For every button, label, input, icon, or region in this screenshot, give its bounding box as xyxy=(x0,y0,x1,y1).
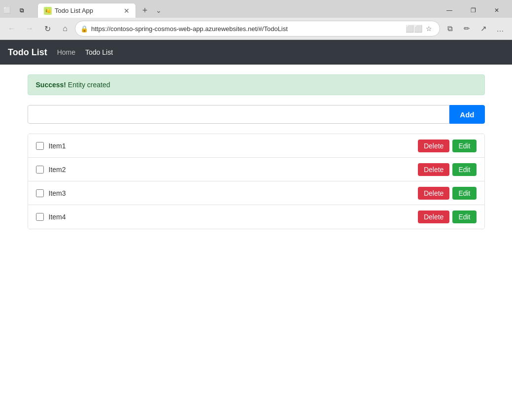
todo-list: Item1 Delete Edit Item2 Delete Edit Item… xyxy=(28,134,485,229)
new-tab-button[interactable]: + xyxy=(138,3,152,17)
alert-bold: Success! xyxy=(36,81,66,89)
todo-label-1: Item1 xyxy=(49,142,418,150)
todo-label-4: Item4 xyxy=(49,213,418,221)
new-todo-input[interactable] xyxy=(28,105,450,124)
delete-button-3[interactable]: Delete xyxy=(418,187,449,200)
navbar: Todo List Home Todo List xyxy=(0,40,512,65)
tab-list-button[interactable]: ⌄ xyxy=(152,3,166,17)
restore-button[interactable]: ❐ xyxy=(462,3,484,18)
table-row: Item4 Delete Edit xyxy=(28,205,484,229)
app-wrapper: Todo List Home Todo List Success! Entity… xyxy=(0,40,512,420)
back-button[interactable]: ← xyxy=(4,21,20,36)
lock-icon: 🔒 xyxy=(80,25,88,33)
home-button[interactable]: ⌂ xyxy=(57,21,73,36)
edit-button-3[interactable]: Edit xyxy=(452,187,476,200)
table-row: Item1 Delete Edit xyxy=(28,134,484,158)
main-content: Success! Entity created Add Item1 Delete… xyxy=(20,65,493,239)
delete-button-4[interactable]: Delete xyxy=(418,210,449,223)
close-button[interactable]: ✕ xyxy=(485,3,508,18)
url-input[interactable] xyxy=(91,25,405,33)
add-form: Add xyxy=(28,105,485,124)
forward-button[interactable]: → xyxy=(22,21,37,36)
todo-actions-3: Delete Edit xyxy=(418,187,477,200)
favorites-icon[interactable]: ☆ xyxy=(423,23,435,35)
refresh-button[interactable]: ↻ xyxy=(39,21,55,36)
tab-group: 🍋 Todo List App ✕ + ⌄ xyxy=(37,3,166,18)
todo-checkbox-1[interactable] xyxy=(36,142,44,150)
todo-actions-1: Delete Edit xyxy=(418,140,477,152)
todo-label-3: Item3 xyxy=(49,189,418,197)
browser-tabs-icon: ⧉ xyxy=(17,5,27,15)
tab-favicon: 🍋 xyxy=(44,7,52,15)
table-row: Item3 Delete Edit xyxy=(28,181,484,205)
nav-link-todolist[interactable]: Todo List xyxy=(85,48,113,56)
table-row: Item2 Delete Edit xyxy=(28,158,484,181)
minimize-button[interactable]: — xyxy=(438,3,461,18)
tab-title: Todo List App xyxy=(55,7,120,14)
browser-chrome: ⬜ ⧉ 🍋 Todo List App ✕ + ⌄ — ❐ ✕ ← → ↻ ⌂ … xyxy=(0,0,512,40)
browser-tab-icons-left: ⬜ ⧉ xyxy=(2,5,30,15)
todo-label-2: Item2 xyxy=(49,166,418,174)
todo-actions-4: Delete Edit xyxy=(418,210,477,223)
share-icon[interactable]: ↗ xyxy=(476,21,491,36)
delete-button-1[interactable]: Delete xyxy=(418,140,449,152)
success-alert: Success! Entity created xyxy=(28,74,485,95)
collections-icon[interactable]: ⧉ xyxy=(442,21,458,36)
delete-button-2[interactable]: Delete xyxy=(418,163,449,176)
address-bar-row: ← → ↻ ⌂ 🔒 ⬜⬜ ☆ ⧉ ✏ ↗ … xyxy=(0,18,512,39)
browser-page-icon: ⬜ xyxy=(2,5,12,15)
tab-bar: ⬜ ⧉ 🍋 Todo List App ✕ + ⌄ — ❐ ✕ xyxy=(0,0,512,18)
address-bar[interactable]: 🔒 ⬜⬜ ☆ xyxy=(75,21,440,36)
add-button[interactable]: Add xyxy=(449,105,484,124)
notes-icon[interactable]: ✏ xyxy=(459,21,475,36)
more-icon[interactable]: … xyxy=(492,21,508,36)
nav-link-home[interactable]: Home xyxy=(57,48,75,56)
todo-checkbox-2[interactable] xyxy=(36,166,44,174)
toolbar-icons: ⧉ ✏ ↗ … xyxy=(442,21,508,36)
edit-button-2[interactable]: Edit xyxy=(452,163,476,176)
alert-message: Entity created xyxy=(66,81,110,89)
edit-button-4[interactable]: Edit xyxy=(452,210,476,223)
todo-checkbox-4[interactable] xyxy=(36,213,44,221)
todo-actions-2: Delete Edit xyxy=(418,163,477,176)
window-controls: — ❐ ✕ xyxy=(438,3,512,18)
edit-button-1[interactable]: Edit xyxy=(452,140,476,152)
navbar-brand: Todo List xyxy=(8,47,47,58)
active-tab[interactable]: 🍋 Todo List App ✕ xyxy=(37,3,136,18)
reading-view-icon[interactable]: ⬜⬜ xyxy=(408,23,420,35)
tab-close-button[interactable]: ✕ xyxy=(124,7,130,15)
todo-checkbox-3[interactable] xyxy=(36,189,44,197)
address-right-icons: ⬜⬜ ☆ xyxy=(408,23,435,35)
